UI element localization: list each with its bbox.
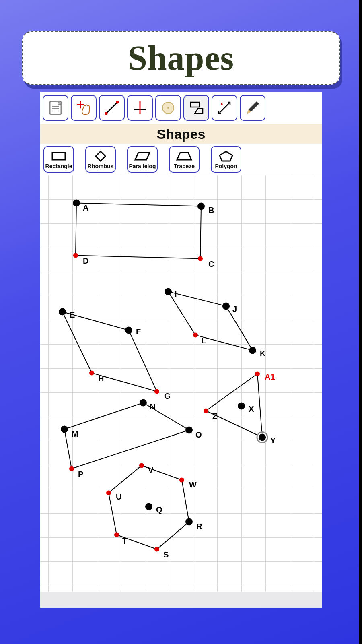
shape-path[interactable] [168,292,253,351]
svg-marker-22 [177,153,191,160]
shape-label: Polygon [215,163,237,169]
point-label-H: H [98,374,104,383]
tool-circle[interactable] [155,95,181,121]
point-label-E: E [70,310,75,319]
svg-marker-23 [220,151,232,161]
shape-polygon[interactable]: Polygon [211,146,241,173]
tool-pencil[interactable] [240,95,265,121]
point-Y[interactable] [259,434,266,441]
drawing-canvas[interactable]: ABCDEFGHIJKLMNOPQRSTUVWXYZA1 [40,175,322,596]
point-I[interactable] [165,288,172,295]
polygon-icon [217,150,235,162]
shape-label: Rectangle [45,163,72,169]
point-label-C: C [208,260,214,268]
point-label-D: D [83,256,88,265]
point-A1[interactable] [255,372,260,376]
point-label-N: N [150,402,155,411]
point-label-I: I [175,289,177,298]
svg-text:x: x [220,101,224,107]
point-E[interactable] [59,308,66,316]
shape-path[interactable] [76,203,201,259]
point-W[interactable] [179,478,184,483]
point-label-T: T [122,537,127,545]
tool-line[interactable] [99,95,125,121]
main-toolbar: x [40,92,322,124]
point-K[interactable] [249,347,256,354]
svg-point-8 [116,101,119,104]
point-V[interactable] [139,463,144,468]
point-label-S: S [163,550,169,559]
point-label-W: W [189,480,197,489]
point-F[interactable] [125,327,132,334]
shape-rhombus[interactable]: Rhombus [85,146,116,173]
point-D[interactable] [73,253,78,258]
point-label-L: L [201,336,206,345]
app-panel: x Shapes Rectangle Rhombus Parallelog Tr… [40,92,322,596]
point-A[interactable] [73,200,80,207]
android-nav-bar [40,592,322,608]
svg-line-6 [106,102,117,114]
point-X[interactable] [238,402,245,410]
point-label-M: M [72,429,78,438]
point-M[interactable] [61,426,68,433]
tool-perpendicular[interactable] [127,95,153,121]
point-B[interactable] [197,203,205,210]
shape-toolbar: Rectangle Rhombus Parallelog Trapeze Pol… [40,144,322,175]
point-P[interactable] [69,466,74,471]
point-label-V: V [148,466,154,475]
point-H[interactable] [89,371,94,376]
pencil-icon [244,99,261,117]
shape-path[interactable] [62,312,157,392]
page-title: Shapes [128,38,234,78]
svg-point-12 [167,107,169,109]
svg-rect-13 [191,102,200,107]
point-label-O: O [195,430,202,439]
point-label-A: A [83,203,88,212]
tool-file[interactable] [43,95,68,121]
point-R[interactable] [185,518,193,526]
svg-marker-21 [135,153,150,160]
point-Q[interactable] [145,503,152,510]
shape-parallelogram[interactable]: Parallelog [127,146,158,173]
point-label-J: J [232,305,237,314]
point-label-X: X [249,405,254,413]
parallelogram-icon [134,150,151,162]
point-G[interactable] [154,389,159,394]
tool-shapes[interactable] [183,95,209,121]
point-label-B: B [208,206,214,215]
shape-trapeze[interactable]: Trapeze [169,146,200,173]
point-label-F: F [136,327,141,336]
shape-path[interactable] [64,403,189,469]
rectangle-icon [50,150,68,162]
rhombus-icon [92,150,109,162]
measure-icon: x [216,99,233,117]
point-label-A1: A1 [265,372,275,381]
point-L[interactable] [193,333,198,338]
point-O[interactable] [185,427,193,434]
point-label-R: R [196,522,202,531]
point-label-Q: Q [156,505,162,514]
point-label-U: U [116,492,121,501]
svg-marker-20 [96,151,105,161]
point-U[interactable] [106,491,111,495]
section-label: Shapes [40,124,322,144]
perpendicular-icon [131,99,149,117]
trapeze-icon [175,150,193,162]
tool-measure[interactable]: x [212,95,237,121]
tool-move[interactable] [71,95,97,121]
point-Z[interactable] [204,409,208,413]
point-C[interactable] [198,256,203,261]
point-J[interactable] [222,303,230,310]
page-title-card: Shapes [22,31,340,85]
line-icon [103,99,121,117]
shapes-icon [187,99,205,117]
point-T[interactable] [114,533,119,537]
point-N[interactable] [140,399,147,407]
svg-marker-14 [195,109,203,114]
point-S[interactable] [154,547,159,552]
file-icon [47,99,64,117]
shape-label: Parallelog [129,163,156,169]
svg-rect-19 [52,153,65,160]
shape-rectangle[interactable]: Rectangle [43,146,74,173]
drawing-svg: ABCDEFGHIJKLMNOPQRSTUVWXYZA1 [40,175,322,596]
